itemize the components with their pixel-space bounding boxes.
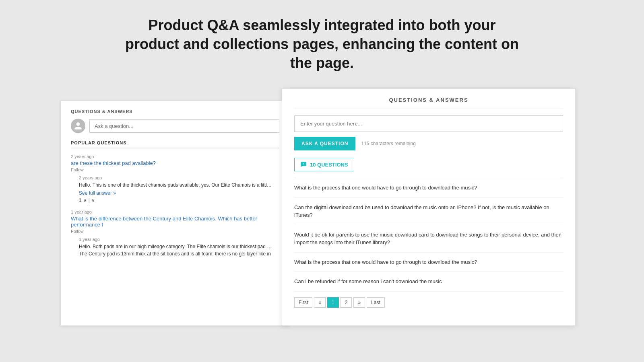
pagination-page-2[interactable]: 2 (341, 297, 352, 308)
list-item: What is the process that one would have … (294, 253, 563, 272)
answer-block: 2 years ago Hello. This is one of the th… (79, 175, 279, 203)
left-section-title: QUESTIONS & ANSWERS (71, 109, 279, 114)
answer-text: Hello. This is one of the thickest chamo… (79, 181, 272, 189)
pagination: First « 1 2 » Last (294, 292, 563, 309)
chars-remaining: 115 characters remaining (361, 141, 415, 146)
pagination-prev-prev[interactable]: « (314, 297, 326, 308)
pagination-last[interactable]: Last (367, 297, 385, 308)
question-meta: 1 year ago (71, 210, 279, 214)
question-text[interactable]: What is the difference between the Centu… (71, 216, 279, 228)
pagination-first[interactable]: First (294, 297, 312, 308)
upvote-icon[interactable]: ∧ (83, 197, 87, 203)
answer-text-2: The Century pad is 13mm thick at the sit… (79, 250, 272, 257)
ask-question-input[interactable] (89, 119, 279, 133)
cards-container: QUESTIONS & ANSWERS POPULAR QUESTIONS 2 … (60, 88, 584, 326)
separator: | (89, 197, 90, 203)
follow-link[interactable]: Follow (71, 167, 279, 172)
list-item: 1 year ago What is the difference betwee… (71, 210, 279, 257)
right-section-title: QUESTIONS & ANSWERS (294, 97, 563, 109)
list-item: Can the digital download card be used to… (294, 198, 563, 225)
qa-list: What is the process that one would have … (294, 178, 563, 292)
answer-meta: 2 years ago (79, 175, 279, 180)
question-meta: 2 years ago (71, 154, 279, 159)
downvote-icon[interactable]: ∨ (91, 197, 95, 203)
right-card: QUESTIONS & ANSWERS ASK A QUESTION 115 c… (282, 88, 576, 326)
vote-count: 1 (79, 197, 82, 203)
user-icon (74, 121, 83, 130)
left-card: QUESTIONS & ANSWERS POPULAR QUESTIONS 2 … (60, 101, 290, 326)
follow-link[interactable]: Follow (71, 229, 279, 234)
question-input[interactable] (294, 115, 563, 132)
list-item: 2 years ago are these the thickest pad a… (71, 154, 279, 203)
answer-block: 1 year ago Hello. Both pads are in our h… (79, 237, 279, 257)
list-item: What is the process that one would have … (294, 178, 563, 198)
ask-question-button[interactable]: ASK A QUESTION (294, 137, 355, 150)
ask-btn-row: ASK A QUESTION 115 characters remaining (294, 137, 563, 150)
questions-icon (300, 161, 307, 168)
answer-meta: 1 year ago (79, 237, 279, 242)
hero-section: Product Q&A seamlessly integrated into b… (80, 0, 564, 84)
list-item: Would it be ok for parents to use the mu… (294, 225, 563, 253)
questions-tab-label: 10 QUESTIONS (310, 162, 348, 168)
pagination-next-next[interactable]: » (353, 297, 365, 308)
see-full-link[interactable]: See full answer » (79, 190, 279, 196)
hero-title: Product Q&A seamlessly integrated into b… (121, 16, 523, 72)
question-text[interactable]: are these the thickest pad available? (71, 160, 279, 166)
list-item: Can i be refunded if for some reason i c… (294, 272, 563, 292)
ask-question-row (71, 119, 279, 133)
pagination-page-1[interactable]: 1 (327, 297, 339, 308)
vote-row: 1 ∧ | ∨ (79, 197, 279, 203)
answer-text: Hello. Both pads are in our high mileage… (79, 243, 272, 250)
questions-tab[interactable]: 10 QUESTIONS (294, 158, 354, 171)
popular-questions-title: POPULAR QUESTIONS (71, 140, 279, 148)
avatar (71, 119, 85, 133)
